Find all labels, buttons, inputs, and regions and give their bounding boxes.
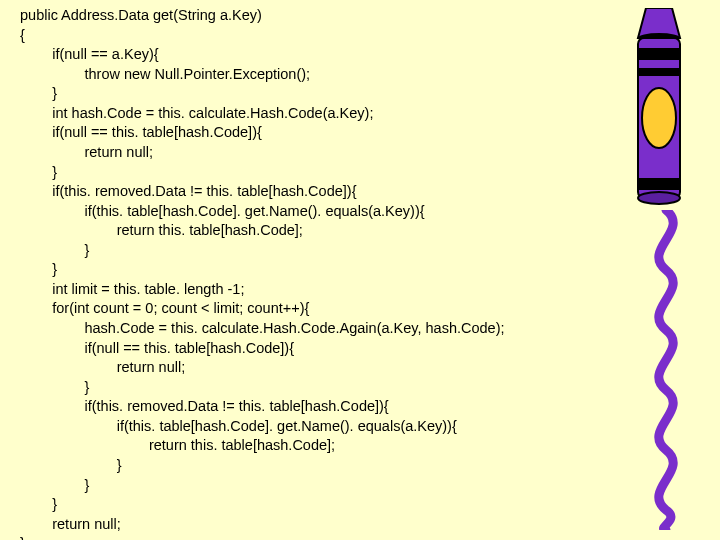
code-block: public Address.Data get(String a.Key) { … (20, 6, 640, 540)
svg-point-5 (642, 88, 676, 148)
code-line: } (20, 457, 122, 473)
code-line: if(null == a.Key){ (20, 46, 159, 62)
code-line: public Address.Data get(String a.Key) (20, 7, 262, 23)
code-line: throw new Null.Pointer.Exception(); (20, 66, 310, 82)
code-line: } (20, 85, 57, 101)
code-line: if(this. removed.Data != this. table[has… (20, 183, 356, 199)
code-line: } (20, 379, 89, 395)
code-line: } (20, 242, 89, 258)
crayon-icon (626, 8, 692, 208)
svg-rect-6 (638, 178, 680, 190)
squiggle-icon (636, 210, 696, 530)
code-line: int limit = this. table. length -1; (20, 281, 244, 297)
code-line: if(this. table[hash.Code]. get.Name(). e… (20, 418, 457, 434)
code-line: for(int count = 0; count < limit; count+… (20, 300, 309, 316)
code-line: return null; (20, 359, 185, 375)
svg-rect-4 (638, 68, 680, 76)
code-line: return this. table[hash.Code]; (20, 437, 335, 453)
code-line: if(null == this. table[hash.Code]){ (20, 340, 294, 356)
code-line: } (20, 261, 57, 277)
code-line: } (20, 164, 57, 180)
code-line: hash.Code = this. calculate.Hash.Code.Ag… (20, 320, 505, 336)
code-line: } (20, 496, 57, 512)
code-line: if(null == this. table[hash.Code]){ (20, 124, 262, 140)
code-line: } (20, 477, 89, 493)
code-line: return this. table[hash.Code]; (20, 222, 303, 238)
code-line: return null; (20, 144, 153, 160)
slide: public Address.Data get(String a.Key) { … (0, 0, 720, 540)
code-line: } (20, 535, 25, 540)
code-line: if(this. table[hash.Code]. get.Name(). e… (20, 203, 425, 219)
code-line: { (20, 27, 25, 43)
svg-rect-3 (638, 48, 680, 60)
code-line: return null; (20, 516, 121, 532)
code-line: int hash.Code = this. calculate.Hash.Cod… (20, 105, 373, 121)
code-line: if(this. removed.Data != this. table[has… (20, 398, 389, 414)
svg-point-7 (638, 192, 680, 204)
